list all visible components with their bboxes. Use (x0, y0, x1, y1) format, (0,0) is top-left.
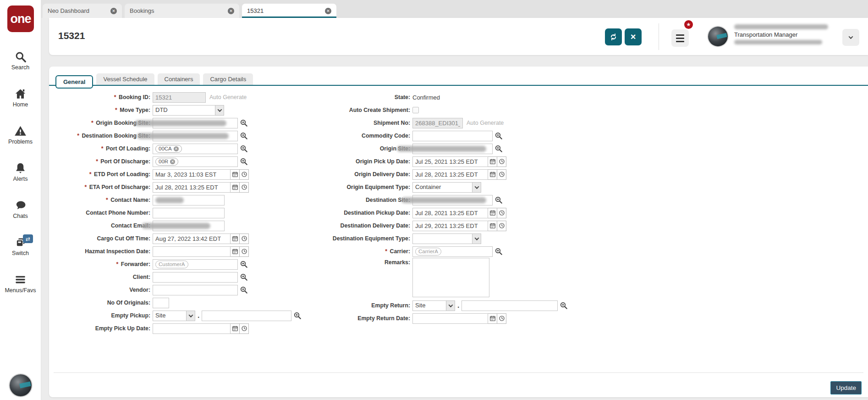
zoom-search-icon[interactable] (494, 196, 503, 204)
user-role: Transportation Manager (734, 31, 842, 38)
clock-button[interactable] (239, 182, 249, 193)
contact-email-input[interactable] (153, 221, 225, 231)
clock-button[interactable] (497, 208, 506, 218)
clock-button[interactable] (497, 221, 506, 231)
clock-button[interactable] (497, 313, 506, 324)
zoom-search-icon[interactable] (240, 157, 248, 166)
eta-port-of-discharge-input[interactable]: Jul 28, 2021 13:25 EDT (153, 182, 231, 193)
shipment-no-input[interactable]: 268388_EDI301_' (412, 118, 463, 128)
empty-pick-up-date-input[interactable] (153, 323, 231, 334)
etd-port-of-loading-input[interactable]: Mar 3, 2023 11:03 EST (153, 169, 231, 180)
tab-containers[interactable]: Containers (158, 73, 200, 85)
workspace-tab-neo-dashboard[interactable]: Neo Dashboard ✕ (43, 4, 122, 18)
client-input[interactable] (153, 272, 238, 283)
destination-booking-site-input[interactable] (153, 131, 238, 141)
close-button[interactable]: × (625, 28, 642, 45)
sidebar-item-menus-favs[interactable]: Menus/Favs (5, 273, 36, 294)
sidebar-item-problems[interactable]: Problems (8, 125, 33, 145)
zoom-search-icon[interactable] (240, 260, 248, 268)
tab-cargo-details[interactable]: Cargo Details (203, 73, 253, 85)
port-of-loading-input[interactable]: 00CA✕ (153, 144, 238, 154)
sidebar-item-search[interactable]: Search (11, 50, 30, 71)
tab-general[interactable]: General (55, 75, 93, 89)
zoom-search-icon[interactable] (240, 119, 248, 127)
clock-button[interactable] (239, 323, 249, 334)
user-avatar[interactable] (708, 27, 728, 46)
clock-button[interactable] (497, 169, 506, 180)
workspace-tab-bookings[interactable]: Bookings ✕ (125, 4, 239, 18)
empty-return-input[interactable] (461, 300, 558, 311)
user-info[interactable]: Transportation Manager (734, 24, 842, 44)
calendar-button[interactable] (230, 233, 240, 244)
switch-badge-icon[interactable]: ⇄ (23, 234, 33, 243)
contact-phone-number-input[interactable] (153, 208, 225, 218)
port-of-discharge-input[interactable]: 00R✕ (153, 156, 238, 167)
calendar-button[interactable] (230, 169, 240, 180)
no-of-originals-input[interactable] (153, 298, 169, 308)
user-menu-chevron-button[interactable] (842, 29, 859, 46)
move-type-select[interactable]: DTD (153, 105, 224, 116)
sidebar-item-alerts[interactable]: Alerts (13, 162, 28, 182)
origin-delivery-date-input[interactable]: Jul 28, 2021 13:25 EDT (412, 169, 488, 180)
contact-name-input[interactable] (153, 195, 225, 206)
zoom-search-icon[interactable] (240, 144, 248, 153)
remarks-textarea[interactable] (412, 258, 489, 297)
sidebar-item-switch[interactable]: ⇄ Switch (12, 236, 29, 256)
destination-delivery-date-input[interactable]: Jul 29, 2021 13:25 EDT (412, 221, 488, 231)
hazmat-inspection-date-input[interactable] (153, 246, 231, 257)
zoom-search-icon[interactable] (494, 132, 503, 140)
destination-site-input[interactable] (412, 195, 493, 206)
vendor-input[interactable] (153, 285, 238, 295)
calendar-button[interactable] (230, 182, 240, 193)
sidebar-item-home[interactable]: Home (13, 88, 28, 108)
calendar-button[interactable] (230, 323, 240, 334)
calendar-button[interactable] (488, 208, 497, 218)
sidebar-item-chats[interactable]: Chats (13, 199, 28, 219)
zoom-glyph (240, 157, 248, 166)
zoom-search-icon[interactable] (494, 144, 503, 153)
calendar-button[interactable] (488, 221, 497, 231)
zoom-search-icon[interactable] (560, 301, 568, 310)
update-button[interactable]: Update (830, 381, 862, 394)
empty-pickup-type-select[interactable]: Site (153, 311, 195, 321)
tab-close-icon[interactable]: ✕ (325, 8, 331, 14)
empty-return-date-input[interactable] (412, 313, 488, 324)
tab-vessel-schedule[interactable]: Vessel Schedule (96, 73, 154, 85)
chip-remove-icon[interactable]: ✕ (174, 146, 179, 151)
clock-button[interactable] (497, 156, 506, 167)
forwarder-input[interactable]: CustomerA (153, 259, 238, 270)
origin-site-input[interactable] (412, 144, 493, 154)
booking-id-input[interactable]: 15321 (153, 92, 206, 103)
calendar-button[interactable] (488, 156, 497, 167)
header-menu-button[interactable] (671, 29, 689, 47)
commodity-code-input[interactable] (412, 131, 493, 141)
zoom-search-icon[interactable] (240, 286, 248, 294)
empty-pickup-input[interactable] (202, 311, 291, 321)
origin-equipment-type-select[interactable]: Container (412, 182, 481, 193)
destination-pickup-date-input[interactable]: Jul 28, 2021 13:25 EDT (412, 208, 488, 218)
carrier-input[interactable]: CarrierA (412, 246, 493, 257)
zoom-search-icon[interactable] (240, 273, 248, 281)
empty-return-type-select[interactable]: Site (412, 300, 455, 311)
origin-pick-up-date-input[interactable]: Jul 25, 2021 13:25 EDT (412, 156, 488, 167)
one-network-logo[interactable]: one (7, 6, 34, 32)
cargo-cut-off-time-input[interactable]: Aug 27, 2022 13:42 EDT (153, 233, 231, 244)
zoom-search-icon[interactable] (293, 311, 302, 320)
refresh-button[interactable] (605, 28, 622, 45)
sidebar-user-avatar[interactable] (10, 374, 32, 396)
calendar-button[interactable] (488, 169, 497, 180)
chip-remove-icon[interactable]: ✕ (170, 159, 175, 164)
tab-close-icon[interactable]: ✕ (228, 8, 234, 14)
calendar-button[interactable] (230, 246, 240, 257)
clock-button[interactable] (239, 246, 249, 257)
workspace-tab-15321[interactable]: 15321 ✕ (242, 4, 336, 18)
origin-booking-site-input[interactable] (153, 118, 238, 128)
clock-button[interactable] (239, 169, 249, 180)
destination-equipment-type-select[interactable] (412, 233, 481, 244)
calendar-button[interactable] (488, 313, 497, 324)
clock-button[interactable] (239, 233, 249, 244)
zoom-search-icon[interactable] (240, 132, 248, 140)
zoom-search-icon[interactable] (494, 247, 503, 256)
tab-close-icon[interactable]: ✕ (110, 8, 117, 14)
auto-create-shipment-checkbox[interactable] (412, 107, 419, 113)
